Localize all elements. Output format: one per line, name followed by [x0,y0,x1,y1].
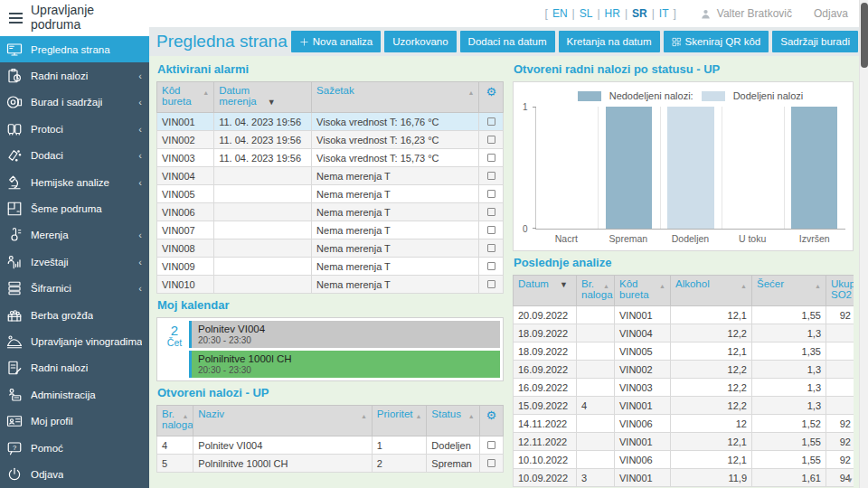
analysis-col-alkohol[interactable]: ▲Alkohol [671,276,752,306]
sidebar-item-label: Merenja [31,230,69,240]
analysis-row[interactable]: 16.09.2022VIN00312,21,3 [514,379,854,397]
analysis-row[interactable]: 12.11.2022VIN00112,11,5592 [514,433,854,451]
analysis-cell: 18.09.2022 [514,324,577,343]
order-col-prioritet[interactable]: ▲Prioritet [372,406,426,436]
alarm-row[interactable]: VIN004Nema merenja T [157,167,504,185]
row-checkbox[interactable] [487,441,495,449]
sidebar-item-izve-taji[interactable]: Izveštaji‹ [0,249,149,275]
analysis-col-ukup-so2[interactable]: ▲Ukup SO2 [826,276,854,306]
analysis-row[interactable]: 18.09.2022VIN00512,11,35 [514,343,854,361]
row-checkbox[interactable] [487,154,495,162]
button-kretanja-na-datum[interactable]: Kretanja na datum [559,31,660,52]
alarm-col-k-d-bureta[interactable]: ▲Kôd bureta [157,82,214,113]
lang-separator: | [652,7,655,20]
analysis-row[interactable]: 16.09.2022VIN00212,21,3 [514,361,854,379]
order-cell: 4 [157,436,193,455]
calendar-event[interactable]: Polnilnitve 1000l CH20:30 - 23:30 [189,351,500,378]
analysis-row[interactable]: 14.11.2022VIN006121,5292 [514,415,854,433]
alarm-row[interactable]: VIN005Nema merenja T [157,185,504,203]
sidebar-item-pomo[interactable]: ?Pomoć [0,435,149,461]
sidebar-item-protoci[interactable]: Protoci‹ [0,116,149,142]
alarm-row[interactable]: VIN007Nema merenja T [157,221,504,239]
alarm-row[interactable]: VIN00311. 04. 2023 19:56Visoka vrednost … [157,149,504,167]
table-settings-gear-icon[interactable]: ⚙ [479,406,503,436]
row-checkbox[interactable] [487,136,495,144]
analysis-cell: 1,52 [752,415,826,433]
sidebar-item-pregledna-strana[interactable]: Pregledna strana [0,36,149,62]
logout-link[interactable]: Odjava [814,7,848,20]
analysis-row[interactable]: 15.09.20224VIN00112,21,3 [514,397,854,415]
analysis-col-k-d-bureta[interactable]: ▲Kôd bureta [615,276,671,306]
analysis-col-br-naloga[interactable]: ▲Br. naloga [577,276,615,306]
page-scrollbar-thumb[interactable] [861,3,868,68]
alarm-row[interactable]: VIN010Nema merenja T [157,276,504,294]
row-checkbox[interactable] [487,280,495,288]
order-row[interactable]: 4Polnitev VI0041Dodeljen [157,436,504,455]
sidebar-item-hemijske-analize[interactable]: Hemijske analize‹ [0,169,149,195]
sidebar-item-odjava[interactable]: Odjava [0,461,149,487]
alarm-col-sa-etak[interactable]: ▲Sažetak [312,82,479,113]
order-col-br-naloga[interactable]: ▲Br. naloga [157,406,193,436]
sidebar: Upravljanje podruma Pregledna stranaRadn… [0,0,149,488]
sidebar-item-administracija[interactable]: Administracija [0,381,149,408]
row-checkbox[interactable] [487,117,495,126]
row-checkbox[interactable] [487,172,495,180]
sidebar-item-moj-profil[interactable]: Moj profil [0,408,149,434]
alarm-row[interactable]: VIN009Nema merenja T [157,258,504,276]
order-col-status[interactable]: ▲Status [427,406,479,436]
sidebar-item-upravljanje-vinogradima[interactable]: Upravljanje vinogradima [0,328,149,354]
analysis-cell: VIN002 [615,361,671,379]
analysis-row[interactable]: 20.09.2022VIN00112,11,5592 [514,306,854,324]
table-scroll-down-icon[interactable]: ▼ [846,476,854,484]
alarm-row[interactable]: VIN00211. 04. 2023 19:56Visoka vrednost … [157,131,504,149]
page-scrollbar[interactable] [859,0,868,488]
analysis-col-datum[interactable]: Datum▼ [514,276,577,306]
lang-hr[interactable]: HR [605,7,620,20]
lang-en[interactable]: EN [552,7,568,20]
hamburger-menu-icon[interactable] [9,13,23,23]
alarm-row[interactable]: VIN006Nema merenja T [157,203,504,221]
alarm-row[interactable]: VIN008Nema merenja T [157,239,504,258]
sidebar-item-merenja[interactable]: Merenja‹ [0,222,149,249]
chart-bar-izvr-en [791,107,837,229]
order-cell: Polnitev VI004 [193,436,373,455]
row-checkbox[interactable] [487,262,495,270]
row-checkbox[interactable] [487,190,495,198]
lang-sr[interactable]: SR [632,7,647,20]
sidebar-item-label: Radni nalozi [31,362,88,373]
alarm-row[interactable]: VIN00111. 04. 2023 19:56Visoka vrednost … [157,113,504,131]
sidebar-item-ifrarnici[interactable]: Šifrarnici‹ [0,276,149,302]
calendar-event[interactable]: Polnitev VI00420:30 - 23:30 [189,321,500,348]
analysis-row[interactable]: 10.10.2022VIN00612,11,5592 [514,451,854,469]
sidebar-item-eme-podruma[interactable]: Šeme podruma [0,195,149,221]
sidebar-item-radni-nalozi[interactable]: Radni nalozi [0,355,149,381]
button-uzorkovano[interactable]: Uzorkovano [384,31,456,52]
analysis-cell [577,343,615,361]
sidebar-item-dodaci[interactable]: Dodaci‹ [0,143,149,169]
analysis-row[interactable]: 18.09.2022VIN00412,21,3 [514,324,854,343]
alarm-col-datum-merenja[interactable]: Datum merenja▼ [214,82,312,113]
row-checkbox[interactable] [487,226,495,234]
analysis-row[interactable]: 10.09.20223VIN00111,91,6194 [514,469,854,487]
row-checkbox[interactable] [487,208,495,216]
table-settings-gear-icon[interactable]: ⚙ [479,82,504,113]
plus-icon [299,37,309,47]
sidebar-item-berba-gro-a[interactable]: Berba grožđa [0,302,149,328]
analysis-col-e-er[interactable]: ▲Šećer [752,276,826,306]
sidebar-item-burad-i-sadr-aji[interactable]: Burad i sadržaji‹ [0,89,149,116]
order-col-naziv[interactable]: ▲Naziv [193,406,373,436]
alarm-grid: ▲Kôd buretaDatum merenja▼▲Sažetak⚙VIN001… [156,81,504,294]
button-dodaci-na-datum[interactable]: Dodaci na datum [460,31,555,52]
lang-it[interactable]: IT [659,7,669,20]
alarm-cell [214,276,312,294]
calendar-day-number: 2 [160,324,189,337]
button-nova-analiza[interactable]: Nova analiza [291,31,381,52]
row-checkbox[interactable] [487,459,495,467]
alarm-cell: Visoka vrednost T: 16,23 °C [312,131,479,149]
sidebar-item-radni-nalozi[interactable]: Radni nalozi‹ [0,62,149,89]
order-row[interactable]: 5Polnilnitve 1000l CH2Spreman [157,455,504,473]
row-checkbox[interactable] [487,244,495,252]
lang-sl[interactable]: SL [580,7,593,20]
button-sadr-aji-buradi[interactable]: Sadržaji buradi [772,31,858,52]
button-skeniraj-qr-k-d[interactable]: Skeniraj QR kôd [664,31,769,52]
